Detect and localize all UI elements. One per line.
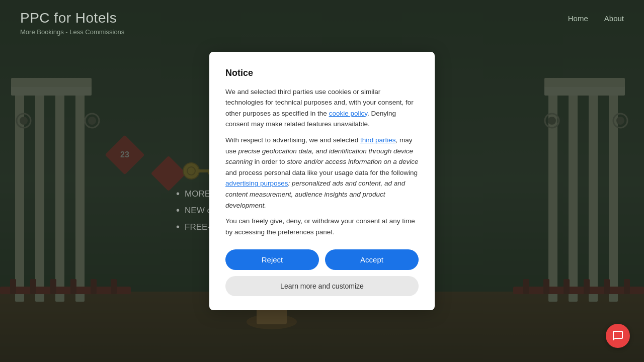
chat-button[interactable] [606,324,630,348]
cookie-consent-modal: Notice We and selected third parties use… [209,52,435,311]
modal-paragraph-2: With respect to advertising, we and sele… [225,135,419,211]
chat-icon [612,330,624,342]
modal-title: Notice [225,68,419,78]
accept-button[interactable]: Accept [325,249,419,270]
third-parties-link[interactable]: third parties [360,136,396,144]
advertising-purposes-link[interactable]: advertising purposes [225,179,288,187]
cookie-policy-link[interactable]: cookie policy [329,110,367,117]
modal-overlay: Notice We and selected third parties use… [0,0,644,362]
modal-body: We and selected third parties use cookie… [225,86,419,238]
modal-p3-text: You can freely give, deny, or withdraw y… [225,217,415,236]
modal-italic-2: store and/or access information on a dev… [287,158,418,165]
modal-p2-start: With respect to advertising, we and sele… [225,136,360,144]
modal-action-buttons: Reject Accept [225,249,419,270]
modal-paragraph-3: You can freely give, deny, or withdraw y… [225,216,419,237]
modal-paragraph-1: We and selected third parties use cookie… [225,86,419,130]
reject-button[interactable]: Reject [225,249,319,270]
customize-button[interactable]: Learn more and customize [225,276,419,296]
